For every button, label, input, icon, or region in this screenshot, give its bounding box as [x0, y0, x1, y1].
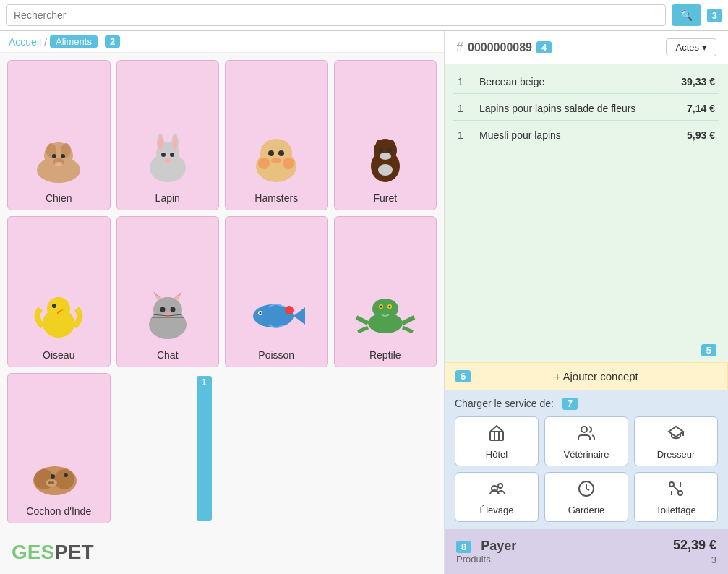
pay-amount: 52,39 €	[673, 538, 716, 553]
animal-image-poisson	[240, 287, 312, 345]
order-item-qty: 1	[458, 103, 472, 114]
animal-grid: Chien Lapin Hamsters Furet Oiseau Chat P…	[0, 53, 444, 531]
service-title-badge: 7	[562, 398, 578, 410]
svg-line-63	[403, 327, 413, 332]
animal-label-furet: Furet	[373, 192, 397, 204]
service-icon-veterinaire	[578, 424, 595, 446]
svg-point-73	[581, 427, 587, 432]
order-item: 1 Muesli pour lapins 5,93 €	[453, 124, 719, 147]
add-concept-button[interactable]: + Ajouter concept	[475, 370, 717, 382]
animal-label-lapin: Lapin	[155, 192, 180, 204]
svg-point-7	[55, 162, 62, 166]
logo-pet: PET	[54, 541, 93, 563]
animal-image-hamsters	[240, 130, 312, 188]
svg-marker-50	[294, 307, 305, 325]
svg-point-13	[173, 135, 177, 151]
svg-point-30	[380, 153, 391, 160]
svg-point-53	[285, 306, 294, 314]
animal-image-chat	[132, 287, 204, 345]
pay-badge: 8	[456, 541, 471, 553]
svg-line-79	[673, 486, 679, 492]
main-layout: Accueil / Aliments 2 Chien Lapin Hamster…	[0, 31, 728, 574]
order-item-price: 39,33 €	[681, 76, 715, 87]
breadcrumb-current: Aliments	[50, 35, 98, 48]
svg-point-52	[260, 312, 262, 314]
order-item: 1 Berceau beige 39,33 €	[453, 70, 719, 94]
service-grid: Hôtel Vétérinaire Dresseur Élevage Garde…	[455, 416, 718, 522]
actes-button[interactable]: Actes ▾	[666, 38, 716, 56]
pay-text: Payer	[481, 539, 516, 553]
pay-section[interactable]: 8 Payer Produits 52,39 € 3	[445, 529, 728, 574]
service-icon-toilettage	[667, 480, 685, 502]
service-label-elevage: Élevage	[480, 505, 514, 515]
svg-point-22	[258, 158, 270, 169]
animal-image-cochon	[22, 443, 95, 501]
order-id-section: # 0000000089 4	[456, 40, 660, 55]
svg-point-33	[47, 297, 70, 320]
service-btn-hotel[interactable]: Hôtel	[455, 416, 539, 466]
animal-image-oiseau	[22, 287, 95, 345]
animal-card-reptile[interactable]: Reptile	[334, 216, 437, 367]
service-btn-dresseur[interactable]: Dresseur	[634, 416, 718, 466]
animal-card-chat[interactable]: Chat	[116, 216, 220, 367]
svg-point-37	[153, 297, 182, 323]
service-title-row: Charger le service de: 7	[455, 398, 718, 409]
service-section: Charger le service de: 7 Hôtel Vétérinai…	[445, 390, 728, 529]
svg-point-16	[164, 158, 171, 163]
animal-image-furet	[349, 130, 421, 188]
actes-chevron-icon: ▾	[702, 42, 707, 53]
add-concept-bar: 6 + Ajouter concept	[445, 362, 728, 390]
search-area-badge: 3	[707, 9, 722, 22]
svg-point-12	[158, 135, 163, 151]
pay-label: 8 Payer	[456, 539, 673, 554]
animal-card-cochon[interactable]: Cochon d'Inde	[7, 373, 111, 523]
svg-point-26	[376, 140, 383, 150]
svg-point-43	[170, 307, 175, 312]
order-item-qty: 1	[458, 129, 472, 141]
service-btn-veterinaire[interactable]: Vétérinaire	[544, 416, 628, 466]
breadcrumb-home-link[interactable]: Accueil	[9, 36, 41, 48]
animal-label-reptile: Reptile	[369, 349, 401, 361]
order-item-name: Lapins pour lapins salade de fleurs	[479, 103, 680, 114]
svg-point-67	[51, 474, 55, 479]
svg-point-75	[498, 484, 502, 488]
animal-image-chien	[22, 130, 95, 188]
pay-right: 52,39 € 3	[673, 538, 716, 565]
animal-card-lapin[interactable]: Lapin	[116, 60, 220, 210]
svg-point-57	[380, 305, 382, 307]
breadcrumb: Accueil / Aliments 2	[0, 31, 444, 53]
animal-card-oiseau[interactable]: Oiseau	[7, 216, 111, 367]
animal-card-furet[interactable]: Furet	[334, 60, 437, 210]
svg-point-31	[378, 164, 393, 176]
order-item-price: 5,93 €	[687, 129, 715, 141]
search-button[interactable]: 🔍	[672, 4, 701, 26]
right-panel: # 0000000089 4 Actes ▾ 1 Berceau beige 3…	[445, 31, 728, 574]
svg-point-21	[271, 158, 281, 163]
animal-card-hamsters[interactable]: Hamsters	[225, 60, 328, 210]
svg-point-71	[51, 481, 54, 484]
animal-card-poisson[interactable]: Poisson	[225, 216, 328, 367]
service-icon-elevage	[488, 480, 505, 502]
animal-image-reptile	[349, 287, 421, 345]
add-concept-label: + Ajouter concept	[554, 370, 638, 382]
svg-line-60	[356, 317, 368, 323]
svg-point-29	[387, 148, 392, 153]
search-bar: 🔍 3	[0, 0, 728, 31]
service-btn-elevage[interactable]: Élevage	[455, 472, 539, 522]
svg-point-15	[170, 153, 174, 157]
svg-point-59	[388, 305, 390, 307]
search-input[interactable]	[6, 4, 666, 26]
animal-label-poisson: Poisson	[258, 349, 294, 361]
svg-point-34	[52, 304, 56, 308]
service-label-dresseur: Dresseur	[657, 449, 695, 460]
service-icon-dresseur	[667, 424, 685, 446]
service-btn-toilettage[interactable]: Toilettage	[634, 472, 718, 522]
area-1-badge: 1	[197, 376, 212, 521]
actes-label: Actes	[675, 42, 699, 53]
svg-point-68	[64, 473, 68, 477]
svg-point-5	[61, 154, 65, 158]
order-header: # 0000000089 4 Actes ▾	[445, 31, 728, 64]
service-btn-garderie[interactable]: Garderie	[544, 472, 628, 522]
svg-point-19	[268, 150, 274, 156]
animal-card-chien[interactable]: Chien	[7, 60, 111, 210]
